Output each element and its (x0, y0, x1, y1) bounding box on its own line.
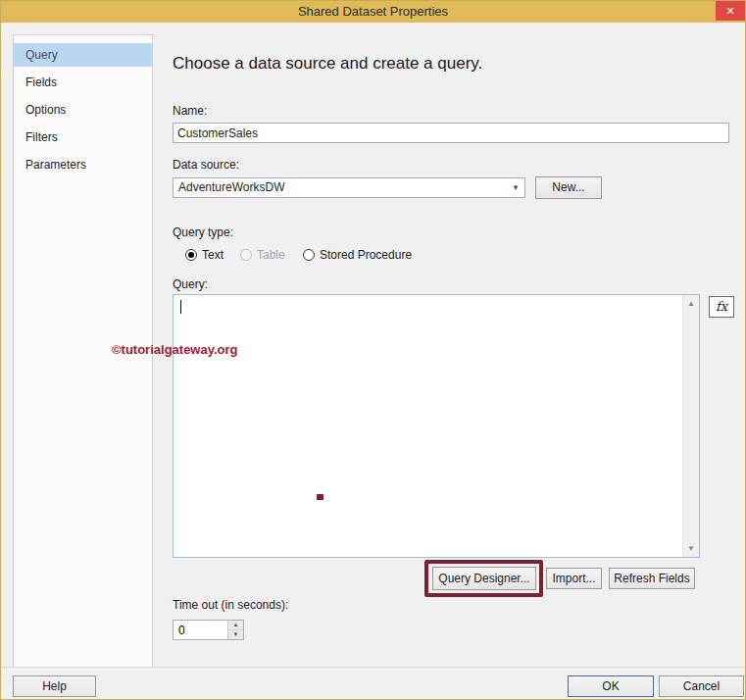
radio-text[interactable]: Text (185, 248, 224, 262)
radio-button-icon (185, 249, 197, 261)
annotation-square (317, 494, 323, 500)
radio-table[interactable]: Table (240, 248, 285, 262)
new-data-source-button[interactable]: New... (535, 176, 602, 199)
sidebar-item-query[interactable]: Query (14, 43, 152, 67)
spinner-down-icon[interactable]: ▼ (228, 630, 243, 640)
spinner-buttons: ▲ ▼ (227, 621, 243, 639)
data-source-value: AdventureWorksDW (178, 178, 284, 197)
import-button[interactable]: Import... (546, 568, 602, 589)
spinner-up-icon[interactable]: ▲ (228, 621, 243, 630)
expression-fx-button[interactable]: fx (709, 296, 734, 318)
cancel-button[interactable]: Cancel (659, 675, 744, 697)
sidebar-item-parameters[interactable]: Parameters (14, 153, 152, 176)
query-editor[interactable]: ▲ ▼ (173, 294, 700, 558)
sidebar-item-filters[interactable]: Filters (14, 125, 152, 149)
radio-stored-procedure[interactable]: Stored Procedure (303, 248, 412, 262)
ok-button[interactable]: OK (568, 675, 654, 697)
shared-dataset-properties-dialog: Shared Dataset Properties ✕ Query Fields… (0, 0, 746, 700)
sidebar-item-options[interactable]: Options (14, 98, 152, 122)
radio-text-label: Text (202, 248, 224, 262)
query-type-label: Query type: (173, 225, 233, 239)
timeout-spinner: ▲ ▼ (173, 620, 244, 640)
data-source-dropdown[interactable]: AdventureWorksDW ▾ (173, 177, 525, 198)
refresh-fields-button[interactable]: Refresh Fields (609, 568, 695, 589)
text-caret (180, 300, 181, 314)
timeout-input[interactable] (174, 621, 226, 639)
watermark: ©tutorialgateway.org (112, 342, 238, 357)
chevron-down-icon: ▾ (507, 178, 524, 197)
footer-divider (1, 667, 745, 668)
help-button[interactable]: Help (13, 675, 96, 697)
close-icon: ✕ (725, 5, 734, 17)
close-button[interactable]: ✕ (716, 1, 745, 21)
query-label: Query: (173, 277, 208, 291)
radio-table-label: Table (257, 248, 285, 262)
name-label: Name: (173, 104, 207, 118)
sidebar-item-fields[interactable]: Fields (14, 71, 152, 94)
radio-button-icon (240, 249, 252, 261)
window-title: Shared Dataset Properties (298, 4, 448, 19)
query-designer-button[interactable]: Query Designer... (432, 567, 536, 590)
timeout-label: Time out (in seconds): (173, 598, 288, 612)
page-title: Choose a data source and create a query. (173, 54, 482, 74)
data-source-label: Data source: (173, 158, 239, 172)
name-input[interactable] (173, 123, 729, 143)
titlebar[interactable]: Shared Dataset Properties (1, 1, 745, 23)
radio-button-icon (303, 249, 315, 261)
scroll-up-icon[interactable]: ▲ (683, 295, 699, 312)
query-scrollbar[interactable]: ▲ ▼ (682, 295, 699, 557)
scroll-down-icon[interactable]: ▼ (683, 540, 699, 557)
radio-stored-procedure-label: Stored Procedure (320, 248, 412, 262)
